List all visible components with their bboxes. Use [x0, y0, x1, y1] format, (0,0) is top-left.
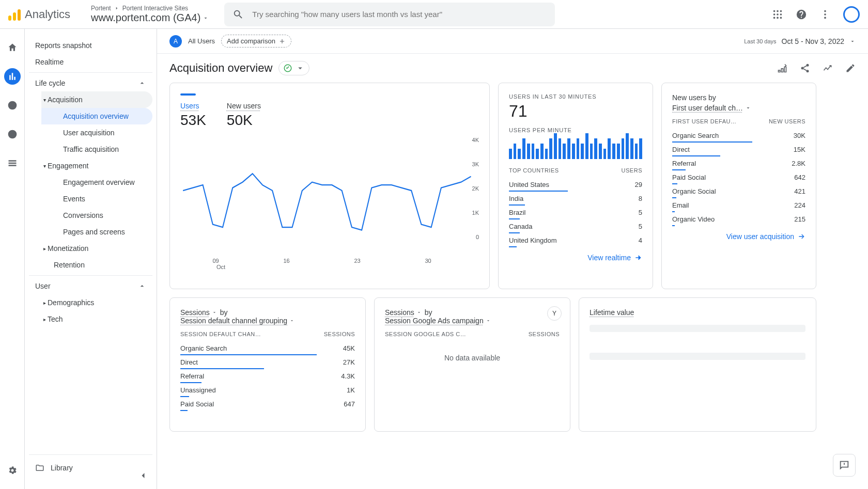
caret-down-icon	[416, 310, 422, 315]
table-row[interactable]: Paid Social642	[672, 170, 805, 184]
nav-realtime[interactable]: Realtime	[29, 54, 152, 70]
search-input[interactable]	[252, 10, 547, 19]
nav-engagement-overview[interactable]: Engagement overview	[41, 174, 152, 191]
table-row[interactable]: Organic Search45K	[180, 341, 355, 355]
ltv-skeleton	[590, 353, 805, 360]
rail-advertising[interactable]	[4, 126, 21, 143]
segment-badge: A	[169, 35, 182, 48]
svg-point-0	[773, 10, 776, 12]
svg-point-5	[780, 13, 782, 15]
property-selector[interactable]: Portent Portent Interactive Sites www.po…	[91, 5, 209, 24]
table-row[interactable]: Canada5	[509, 219, 642, 233]
table-row[interactable]: Organic Social421	[672, 184, 805, 198]
rail-configure[interactable]	[4, 155, 21, 171]
nav-section-life-cycle[interactable]: Life cycle	[29, 72, 152, 91]
users-header: USERS	[622, 167, 642, 173]
page-title: Acquisition overview	[169, 61, 272, 75]
chevron-up-icon	[138, 282, 146, 290]
lifetime-value-card: Lifetime value	[579, 297, 816, 432]
view-realtime-link[interactable]: View realtime	[509, 254, 642, 262]
rail-explore[interactable]	[4, 97, 21, 114]
metric-new-users[interactable]: New users 50K	[227, 102, 261, 129]
nav-tech[interactable]: ▸Tech	[41, 311, 152, 327]
feedback-button[interactable]	[833, 454, 856, 477]
ads-dimension-selector[interactable]: Session Google Ads campaign	[385, 317, 491, 325]
nav-conversions[interactable]: Conversions	[41, 207, 152, 224]
nav-engagement[interactable]: ▾Engagement	[41, 157, 152, 174]
ltv-skeleton	[590, 325, 805, 332]
table-row[interactable]: Direct15K	[672, 143, 805, 156]
sessions-dimension-selector[interactable]: Session default channel grouping	[180, 317, 295, 325]
realtime-title: USERS IN LAST 30 MINUTES	[509, 93, 642, 100]
realtime-card: USERS IN LAST 30 MINUTES 71 USERS PER MI…	[498, 83, 653, 289]
customize-icon[interactable]	[777, 63, 787, 73]
x-axis-sublabel: Oct	[180, 264, 479, 270]
nav-acquisition-overview[interactable]: Acquisition overview	[41, 108, 152, 124]
property-name: www.portent.com (GA4)	[91, 12, 200, 24]
filter-button[interactable]: Y	[547, 306, 562, 321]
rail-reports[interactable]	[4, 68, 21, 85]
nav-section-user[interactable]: User	[29, 275, 152, 294]
caret-down-icon	[203, 15, 209, 21]
view-user-acquisition-link[interactable]: View user acquisition	[672, 232, 805, 241]
caret-down-icon	[296, 64, 305, 73]
rail-home[interactable]	[4, 39, 21, 56]
product-logo: Analytics	[8, 8, 86, 21]
help-icon[interactable]	[796, 9, 807, 20]
collapse-nav-icon[interactable]	[138, 470, 148, 481]
table-row[interactable]: Brazil5	[509, 206, 642, 219]
table-row[interactable]: Organic Video215	[672, 212, 805, 226]
dimension-selector[interactable]: First user default ch…	[672, 104, 751, 112]
nav-library[interactable]: Library	[29, 454, 152, 481]
chevron-up-icon	[138, 79, 146, 87]
table-row[interactable]: United States29	[509, 178, 642, 192]
nav-user-acquisition[interactable]: User acquisition	[41, 124, 152, 141]
users-line-chart: 4K3K2K1K0	[180, 137, 479, 256]
nav-traffic-acquisition[interactable]: Traffic acquisition	[41, 141, 152, 157]
rail-admin[interactable]	[4, 462, 21, 479]
new-users-by-card: New users by First user default ch… FIRS…	[661, 83, 816, 289]
table-row[interactable]: Referral2.8K	[672, 156, 805, 170]
table-row[interactable]: Organic Search30K	[672, 129, 805, 143]
nav-events[interactable]: Events	[41, 191, 152, 207]
plus-icon	[278, 38, 286, 45]
nav-reports-snapshot[interactable]: Reports snapshot	[29, 37, 152, 54]
nav-retention[interactable]: Retention	[41, 257, 152, 273]
date-range-picker[interactable]: Last 30 days Oct 5 - Nov 3, 2022	[744, 37, 856, 45]
nav-acquisition[interactable]: ▾Acquisition	[41, 91, 152, 108]
table-row[interactable]: Unassigned1K	[180, 383, 355, 397]
table-row[interactable]: India8	[509, 192, 642, 206]
svg-point-8	[780, 17, 782, 19]
nav-demographics[interactable]: ▸Demographics	[41, 294, 152, 311]
svg-point-9	[824, 10, 826, 12]
table-row[interactable]: Direct27K	[180, 355, 355, 369]
share-icon[interactable]	[800, 63, 810, 73]
svg-point-1	[777, 10, 779, 12]
insights-icon[interactable]	[823, 63, 833, 73]
caret-down-icon	[745, 105, 751, 111]
table-row[interactable]: Referral4.3K	[180, 369, 355, 383]
chevron-right-icon	[114, 6, 119, 11]
feedback-icon	[839, 460, 850, 471]
nav-monetization[interactable]: ▸Monetization	[41, 240, 152, 257]
sessions-by-channel-card: Sessions by Session default channel grou…	[169, 297, 366, 432]
nav-pages-screens[interactable]: Pages and screens	[41, 224, 152, 240]
add-comparison-button[interactable]: Add comparison	[221, 35, 291, 48]
svg-point-17	[801, 67, 804, 70]
table-row[interactable]: Email224	[672, 198, 805, 212]
ads-metric-selector[interactable]: Sessions	[385, 308, 422, 317]
apps-icon[interactable]	[772, 9, 783, 20]
segment-label: All Users	[188, 37, 215, 45]
metric-users[interactable]: Users 53K	[180, 102, 206, 129]
more-vert-icon[interactable]	[819, 9, 831, 20]
sessions-metric-selector[interactable]: Sessions	[180, 308, 217, 317]
search-bar[interactable]	[224, 3, 555, 26]
caret-down-icon	[486, 318, 491, 323]
sessions-by-ads-card: Y Sessions by Session Google Ads campaig…	[374, 297, 570, 432]
table-row[interactable]: United Kingdom4	[509, 233, 642, 247]
account-avatar[interactable]	[843, 6, 860, 23]
status-chip[interactable]	[278, 61, 309, 75]
edit-icon[interactable]	[845, 63, 856, 73]
table-row[interactable]: Paid Social647	[180, 397, 355, 411]
ltv-title: Lifetime value	[590, 308, 634, 317]
